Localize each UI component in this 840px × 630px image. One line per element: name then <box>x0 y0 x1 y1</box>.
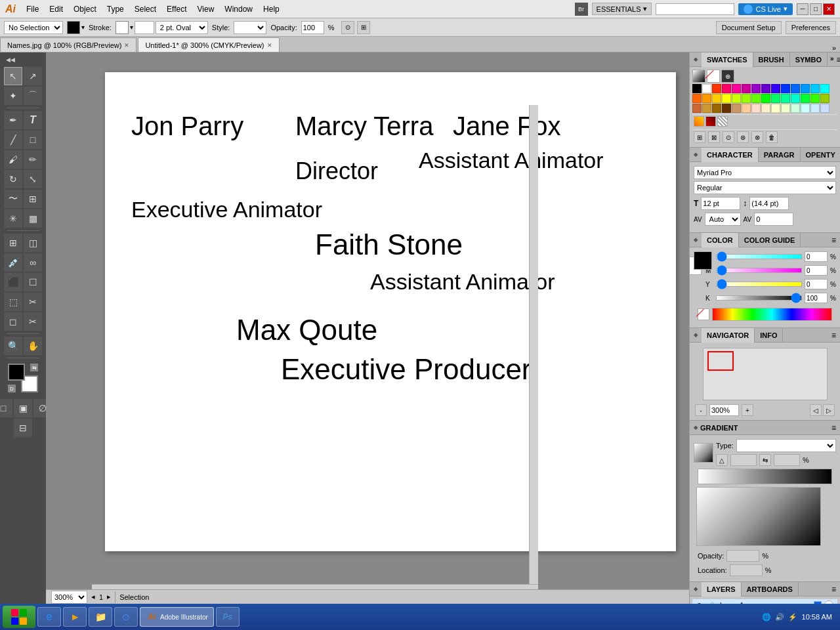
menu-effect[interactable]: Effect <box>161 5 192 14</box>
swatch-b4[interactable] <box>722 104 731 113</box>
eyedropper-tool[interactable]: 💉 <box>4 253 22 272</box>
leading-input[interactable] <box>749 197 789 210</box>
swatch-g9[interactable] <box>771 94 780 103</box>
systray-volume-icon[interactable]: 🔊 <box>774 612 785 622</box>
tab-names-jpg[interactable]: Names.jpg @ 100% (RGB/Preview) ✕ <box>0 37 136 52</box>
text-asst-animator-2[interactable]: Assistant Animator <box>370 269 555 295</box>
opacity-options-icon[interactable]: ⊞ <box>357 21 370 34</box>
status-arrow-prev[interactable]: ◂ <box>91 593 95 601</box>
tab-symbols[interactable]: SYMBO <box>790 52 828 67</box>
color-panel-menu-icon[interactable]: ≡ <box>831 236 836 245</box>
taskbar-wmp-button[interactable]: ▶ <box>63 607 87 627</box>
scissors-tool[interactable]: ✂ <box>24 312 42 331</box>
grad-angle-icon[interactable]: △ <box>716 454 728 466</box>
c-input[interactable] <box>805 251 828 262</box>
nav-next-button[interactable]: ▷ <box>823 404 835 416</box>
swatch-b12[interactable] <box>801 104 810 113</box>
swap-colors-icon[interactable]: ⇆ <box>30 364 38 371</box>
bridge-icon[interactable]: Br <box>575 3 588 16</box>
scale-tool[interactable]: ⤡ <box>24 170 42 188</box>
symbol-sprayer-tool[interactable]: ✳ <box>4 209 22 228</box>
paintbrush-tool[interactable]: 🖌 <box>4 150 22 169</box>
tab-untitled[interactable]: Untitled-1* @ 300% (CMYK/Preview) ✕ <box>138 37 279 52</box>
swatch-r2[interactable] <box>722 84 731 93</box>
tab-swatches[interactable]: SWATCHES <box>702 52 753 67</box>
text-director[interactable]: Director <box>295 158 378 185</box>
rectangle-tool[interactable]: □ <box>24 131 42 149</box>
none-mode-button[interactable]: ∅ <box>33 399 46 417</box>
character-panel-header[interactable]: ◆ CHARACTER PARAGR OPENTY ≡ <box>690 148 840 162</box>
tab-info[interactable]: INFO <box>755 328 783 343</box>
none-swatch[interactable] <box>707 70 720 83</box>
navigator-panel-header[interactable]: ◆ NAVIGATOR INFO ≡ <box>690 328 840 343</box>
menu-edit[interactable]: Edit <box>44 5 68 14</box>
systray-battery-icon[interactable]: ⚡ <box>788 612 798 622</box>
blend-tool[interactable]: ∞ <box>24 253 42 272</box>
lasso-tool[interactable]: ⌒ <box>24 87 42 105</box>
fill-swatch[interactable] <box>67 21 80 34</box>
swatch-g2[interactable] <box>702 94 711 103</box>
tab-paragraph[interactable]: PARAGR <box>759 148 801 162</box>
swatch-black[interactable] <box>692 84 702 93</box>
menu-help[interactable]: Help <box>258 5 285 14</box>
swatch-b6[interactable] <box>742 104 751 113</box>
pen-tool[interactable]: ✒ <box>4 111 22 129</box>
font-family-select[interactable]: Myriad Pro <box>694 166 836 179</box>
swatch-r12[interactable] <box>820 84 830 93</box>
gradient-slider[interactable] <box>698 469 832 484</box>
swatches-menu-icon[interactable]: ≡ <box>837 55 840 64</box>
swatch-g1[interactable] <box>692 94 702 103</box>
warp-tool[interactable]: 〜 <box>4 190 22 208</box>
y-slider[interactable] <box>716 282 802 287</box>
free-transform-tool[interactable]: ⊞ <box>24 190 42 208</box>
color-mode-button[interactable]: □ <box>0 399 12 417</box>
cs-live-button[interactable]: CS Live ▾ <box>738 3 793 15</box>
swatch-g10[interactable] <box>781 94 790 103</box>
swatch-r5[interactable] <box>751 84 761 93</box>
menu-file[interactable]: File <box>21 5 44 14</box>
swatch-white[interactable] <box>702 84 711 93</box>
swatch-b11[interactable] <box>791 104 800 113</box>
swatches-expand-icon[interactable]: » <box>830 55 834 64</box>
zoom-tool[interactable]: 🔍 <box>4 337 22 355</box>
document-setup-button[interactable]: Document Setup <box>716 21 782 34</box>
minimize-button[interactable]: ─ <box>797 3 808 15</box>
no-color-button[interactable] <box>698 308 709 320</box>
m-slider[interactable] <box>716 268 802 273</box>
text-max-qoute[interactable]: Max Qoute <box>236 314 377 346</box>
swatch-panel-icon-3[interactable]: ⊙ <box>723 131 734 143</box>
vertical-scrollbar[interactable] <box>529 105 538 584</box>
start-button[interactable] <box>3 606 35 628</box>
grad-panel-menu-icon[interactable]: ≡ <box>831 423 836 432</box>
swatch-b8[interactable] <box>761 104 770 113</box>
style-select[interactable] <box>234 21 266 34</box>
foreground-color-swatch[interactable] <box>8 364 25 381</box>
tab-layers[interactable]: LAYERS <box>702 582 742 597</box>
tab-brush[interactable]: BRUSH <box>753 52 790 67</box>
registration-swatch[interactable]: ⊕ <box>721 70 734 83</box>
nav-zoom-in-button[interactable]: + <box>742 404 753 416</box>
stroke-width-input[interactable] <box>135 21 154 34</box>
slice-tool[interactable]: ✂ <box>24 293 42 311</box>
text-faith-stone[interactable]: Faith Stone <box>315 228 463 261</box>
swatch-g11[interactable] <box>791 94 800 103</box>
grad-angle-input[interactable] <box>730 454 757 466</box>
systray-network-icon[interactable]: 🌐 <box>761 612 772 622</box>
recolor-icon[interactable]: ⊙ <box>341 21 354 34</box>
preferences-button[interactable]: Preferences <box>786 21 836 34</box>
swatch-g7[interactable] <box>751 94 761 103</box>
type-tool[interactable]: T <box>24 111 42 129</box>
selection-mode-select[interactable]: No Selection <box>4 21 63 34</box>
magic-wand-tool[interactable]: ✦ <box>4 87 22 105</box>
grad-scale-input[interactable] <box>774 454 800 466</box>
swatch-g3[interactable] <box>712 94 721 103</box>
k-slider[interactable] <box>716 295 802 301</box>
live-paint-tool[interactable]: ⬛ <box>4 273 22 291</box>
change-screen-mode[interactable]: ⊟ <box>14 419 32 437</box>
swatch-g12[interactable] <box>801 94 810 103</box>
swatch-b3[interactable] <box>712 104 721 113</box>
maximize-button[interactable]: □ <box>810 3 822 15</box>
color-panel-header[interactable]: ◆ COLOR COLOR GUIDE ≡ <box>690 233 840 247</box>
tab-character[interactable]: CHARACTER <box>702 148 759 162</box>
text-jon-parry[interactable]: Jon Parry <box>131 112 243 141</box>
